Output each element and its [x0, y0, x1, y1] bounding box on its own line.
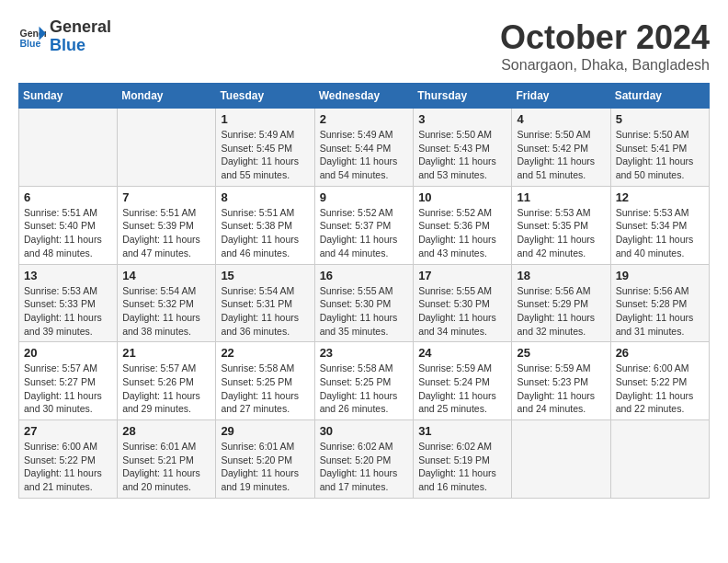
- calendar-cell: 25 Sunrise: 5:59 AM Sunset: 5:23 PM Dayl…: [512, 342, 610, 420]
- daylight-text: Daylight: 11 hours and 27 minutes.: [221, 389, 309, 416]
- sunrise-text: Sunrise: 5:57 AM: [24, 362, 112, 375]
- day-info: Sunrise: 5:49 AM Sunset: 5:45 PM Dayligh…: [221, 128, 309, 182]
- daylight-text: Daylight: 11 hours and 44 minutes.: [320, 233, 409, 259]
- day-info: Sunrise: 5:59 AM Sunset: 5:23 PM Dayligh…: [517, 362, 605, 416]
- weekday-header-tuesday: Tuesday: [216, 84, 314, 109]
- day-number: 27: [24, 424, 112, 438]
- daylight-text: Daylight: 11 hours and 40 minutes.: [616, 233, 704, 259]
- sunrise-text: Sunrise: 5:51 AM: [221, 206, 309, 220]
- day-number: 2: [320, 112, 409, 126]
- calendar-cell: 31 Sunrise: 6:02 AM Sunset: 5:19 PM Dayl…: [414, 420, 512, 499]
- day-info: Sunrise: 5:51 AM Sunset: 5:40 PM Dayligh…: [24, 206, 112, 260]
- calendar-cell: 10 Sunrise: 5:52 AM Sunset: 5:36 PM Dayl…: [414, 186, 512, 264]
- calendar-cell: [118, 109, 216, 187]
- calendar-cell: 18 Sunrise: 5:56 AM Sunset: 5:29 PM Dayl…: [512, 264, 610, 342]
- day-info: Sunrise: 5:58 AM Sunset: 5:25 PM Dayligh…: [221, 362, 309, 416]
- sunset-text: Sunset: 5:20 PM: [221, 454, 309, 467]
- calendar-cell: 19 Sunrise: 5:56 AM Sunset: 5:28 PM Dayl…: [610, 264, 709, 342]
- daylight-text: Daylight: 11 hours and 47 minutes.: [122, 233, 210, 259]
- sunrise-text: Sunrise: 5:58 AM: [221, 362, 309, 375]
- sunrise-text: Sunrise: 5:53 AM: [517, 206, 605, 220]
- sunrise-text: Sunrise: 5:57 AM: [122, 362, 210, 375]
- sunset-text: Sunset: 5:42 PM: [517, 142, 605, 155]
- sunrise-text: Sunrise: 6:02 AM: [320, 440, 409, 454]
- day-number: 24: [418, 346, 506, 360]
- day-info: Sunrise: 6:02 AM Sunset: 5:19 PM Dayligh…: [418, 440, 506, 494]
- sunset-text: Sunset: 5:34 PM: [616, 219, 704, 233]
- day-number: 9: [320, 190, 409, 204]
- calendar-cell: [610, 420, 709, 499]
- daylight-text: Daylight: 11 hours and 20 minutes.: [122, 466, 210, 493]
- day-info: Sunrise: 6:02 AM Sunset: 5:20 PM Dayligh…: [320, 440, 409, 494]
- day-number: 11: [517, 190, 605, 204]
- day-info: Sunrise: 5:55 AM Sunset: 5:30 PM Dayligh…: [418, 284, 506, 339]
- calendar-cell: 5 Sunrise: 5:50 AM Sunset: 5:41 PM Dayli…: [610, 109, 709, 187]
- daylight-text: Daylight: 11 hours and 43 minutes.: [418, 233, 506, 259]
- sunset-text: Sunset: 5:22 PM: [24, 454, 112, 467]
- sunset-text: Sunset: 5:30 PM: [320, 297, 409, 311]
- calendar-week-row: 6 Sunrise: 5:51 AM Sunset: 5:40 PM Dayli…: [19, 186, 710, 264]
- sunset-text: Sunset: 5:27 PM: [24, 375, 112, 389]
- day-number: 31: [418, 424, 506, 438]
- logo-text: General Blue: [50, 18, 111, 55]
- day-info: Sunrise: 5:50 AM Sunset: 5:42 PM Dayligh…: [517, 128, 605, 182]
- sunrise-text: Sunrise: 5:59 AM: [418, 362, 506, 375]
- daylight-text: Daylight: 11 hours and 32 minutes.: [517, 311, 605, 338]
- day-number: 19: [616, 269, 704, 282]
- day-number: 26: [616, 346, 704, 360]
- day-info: Sunrise: 5:55 AM Sunset: 5:30 PM Dayligh…: [320, 284, 409, 339]
- location-subtitle: Sonargaon, Dhaka, Bangladesh: [500, 57, 710, 74]
- calendar-table: SundayMondayTuesdayWednesdayThursdayFrid…: [18, 83, 710, 499]
- day-number: 23: [320, 346, 409, 360]
- day-number: 28: [122, 424, 210, 438]
- daylight-text: Daylight: 11 hours and 30 minutes.: [24, 389, 112, 416]
- daylight-text: Daylight: 11 hours and 51 minutes.: [517, 155, 605, 181]
- day-info: Sunrise: 6:01 AM Sunset: 5:20 PM Dayligh…: [221, 440, 309, 494]
- sunrise-text: Sunrise: 5:54 AM: [122, 284, 210, 298]
- day-info: Sunrise: 6:01 AM Sunset: 5:21 PM Dayligh…: [122, 440, 210, 494]
- weekday-header-monday: Monday: [118, 84, 216, 109]
- calendar-week-row: 1 Sunrise: 5:49 AM Sunset: 5:45 PM Dayli…: [19, 109, 710, 187]
- daylight-text: Daylight: 11 hours and 46 minutes.: [221, 233, 309, 259]
- sunrise-text: Sunrise: 5:52 AM: [320, 206, 409, 220]
- sunrise-text: Sunrise: 5:55 AM: [320, 284, 409, 298]
- sunset-text: Sunset: 5:22 PM: [616, 375, 704, 389]
- day-info: Sunrise: 5:52 AM Sunset: 5:36 PM Dayligh…: [418, 206, 506, 260]
- sunrise-text: Sunrise: 5:55 AM: [418, 284, 506, 298]
- day-info: Sunrise: 5:56 AM Sunset: 5:28 PM Dayligh…: [616, 284, 704, 339]
- calendar-cell: 16 Sunrise: 5:55 AM Sunset: 5:30 PM Dayl…: [314, 264, 414, 342]
- day-info: Sunrise: 5:57 AM Sunset: 5:27 PM Dayligh…: [24, 362, 112, 416]
- sunrise-text: Sunrise: 5:53 AM: [616, 206, 704, 220]
- daylight-text: Daylight: 11 hours and 25 minutes.: [418, 389, 506, 416]
- sunset-text: Sunset: 5:24 PM: [418, 375, 506, 389]
- day-number: 17: [418, 269, 506, 282]
- daylight-text: Daylight: 11 hours and 42 minutes.: [517, 233, 605, 259]
- calendar-cell: 26 Sunrise: 6:00 AM Sunset: 5:22 PM Dayl…: [610, 342, 709, 420]
- sunrise-text: Sunrise: 6:00 AM: [616, 362, 704, 375]
- page-header: General Blue General Blue October 2024 S…: [18, 18, 710, 74]
- daylight-text: Daylight: 11 hours and 24 minutes.: [517, 389, 605, 416]
- day-info: Sunrise: 5:54 AM Sunset: 5:32 PM Dayligh…: [122, 284, 210, 339]
- weekday-header-thursday: Thursday: [414, 84, 512, 109]
- weekday-header-wednesday: Wednesday: [314, 84, 414, 109]
- daylight-text: Daylight: 11 hours and 48 minutes.: [24, 233, 112, 259]
- daylight-text: Daylight: 11 hours and 36 minutes.: [221, 311, 309, 338]
- day-info: Sunrise: 5:59 AM Sunset: 5:24 PM Dayligh…: [418, 362, 506, 416]
- calendar-cell: 24 Sunrise: 5:59 AM Sunset: 5:24 PM Dayl…: [414, 342, 512, 420]
- day-number: 8: [221, 190, 309, 204]
- daylight-text: Daylight: 11 hours and 22 minutes.: [616, 389, 704, 416]
- sunrise-text: Sunrise: 6:00 AM: [24, 440, 112, 454]
- daylight-text: Daylight: 11 hours and 31 minutes.: [616, 311, 704, 338]
- sunrise-text: Sunrise: 5:53 AM: [24, 284, 112, 298]
- daylight-text: Daylight: 11 hours and 16 minutes.: [418, 466, 506, 493]
- sunrise-text: Sunrise: 5:56 AM: [517, 284, 605, 298]
- calendar-cell: 14 Sunrise: 5:54 AM Sunset: 5:32 PM Dayl…: [118, 264, 216, 342]
- calendar-cell: 22 Sunrise: 5:58 AM Sunset: 5:25 PM Dayl…: [216, 342, 314, 420]
- calendar-cell: 6 Sunrise: 5:51 AM Sunset: 5:40 PM Dayli…: [19, 186, 118, 264]
- sunrise-text: Sunrise: 6:01 AM: [221, 440, 309, 454]
- calendar-cell: 30 Sunrise: 6:02 AM Sunset: 5:20 PM Dayl…: [314, 420, 414, 499]
- sunset-text: Sunset: 5:45 PM: [221, 142, 309, 155]
- weekday-header-row: SundayMondayTuesdayWednesdayThursdayFrid…: [19, 84, 710, 109]
- sunrise-text: Sunrise: 5:52 AM: [418, 206, 506, 220]
- svg-text:Blue: Blue: [20, 37, 41, 48]
